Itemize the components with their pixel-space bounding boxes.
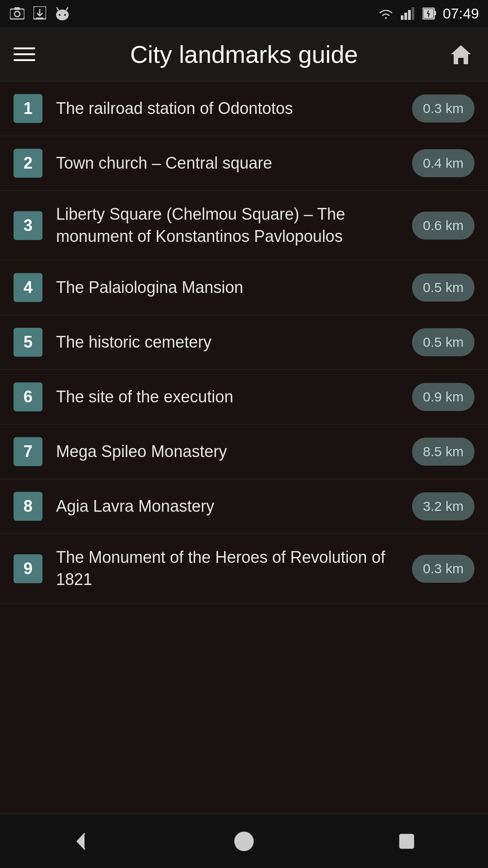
app-title: City landmarks guide [41, 40, 447, 68]
photo-icon [9, 5, 25, 22]
status-bar: 07:49 [0, 0, 488, 27]
list-item[interactable]: 7 Mega Spileo Monastery 8.5 km [0, 425, 488, 479]
svg-point-1 [14, 11, 20, 17]
svg-line-8 [66, 8, 68, 10]
menu-line-1 [14, 47, 35, 49]
landmark-distance: 0.4 km [412, 149, 474, 177]
landmark-name: The Monument of the Heroes of Revolution… [56, 547, 403, 590]
wifi-icon [378, 5, 394, 22]
landmarks-list: 1 The railroad station of Odontotos 0.3 … [0, 81, 488, 814]
landmark-name: Liberty Square (Chelmou Square) – The mo… [56, 203, 403, 247]
svg-rect-11 [401, 15, 404, 20]
landmark-distance: 0.3 km [412, 555, 474, 583]
list-item[interactable]: 8 Agia Lavra Monastery 3.2 km [0, 479, 488, 534]
menu-line-3 [14, 59, 35, 61]
landmark-distance: 0.5 km [412, 274, 474, 302]
android-icon [54, 5, 70, 22]
landmark-number: 7 [14, 437, 42, 466]
menu-button[interactable] [14, 41, 41, 68]
svg-rect-12 [404, 13, 407, 20]
list-item[interactable]: 1 The railroad station of Odontotos 0.3 … [0, 81, 488, 136]
status-bar-right: 07:49 [378, 5, 479, 22]
battery-icon [421, 5, 437, 22]
svg-rect-2 [14, 7, 20, 10]
status-bar-icons [9, 5, 70, 22]
landmark-distance: 8.5 km [412, 438, 474, 466]
landmark-number: 4 [14, 273, 42, 302]
svg-point-21 [235, 832, 253, 850]
list-item[interactable]: 3 Liberty Square (Chelmou Square) – The … [0, 191, 488, 260]
svg-line-7 [57, 8, 58, 10]
landmark-name: Town church – Central square [56, 152, 403, 175]
list-item[interactable]: 4 The Palaiologina Mansion 0.5 km [0, 260, 488, 315]
svg-rect-16 [434, 11, 436, 15]
landmark-name: The Palaiologina Mansion [56, 277, 403, 299]
home-button[interactable] [447, 41, 474, 68]
list-item[interactable]: 6 The site of the execution 0.9 km [0, 370, 488, 425]
home-nav-button[interactable] [226, 823, 262, 859]
landmark-number: 2 [14, 149, 42, 178]
svg-point-10 [64, 14, 66, 16]
download-icon [32, 5, 48, 22]
status-time: 07:49 [443, 5, 479, 22]
menu-line-2 [14, 53, 35, 55]
svg-rect-22 [400, 835, 413, 848]
back-button[interactable] [63, 823, 99, 859]
header: City landmarks guide [0, 27, 488, 81]
landmark-name: Agia Lavra Monastery [56, 495, 403, 518]
landmark-number: 1 [14, 94, 42, 123]
landmark-number: 9 [14, 554, 42, 583]
list-item[interactable]: 2 Town church – Central square 0.4 km [0, 136, 488, 191]
recents-button[interactable] [389, 823, 425, 859]
landmark-name: Mega Spileo Monastery [56, 441, 403, 463]
svg-point-6 [56, 9, 69, 20]
navigation-bar [0, 814, 488, 868]
list-item[interactable]: 9 The Monument of the Heroes of Revoluti… [0, 534, 488, 604]
landmark-name: The historic cemetery [56, 331, 403, 354]
landmark-number: 5 [14, 328, 42, 357]
landmark-name: The site of the execution [56, 386, 403, 408]
landmark-distance: 0.3 km [412, 94, 474, 123]
svg-rect-0 [10, 9, 24, 19]
svg-rect-14 [412, 7, 414, 20]
landmark-distance: 0.6 km [412, 212, 474, 240]
svg-point-9 [59, 14, 61, 16]
svg-rect-13 [408, 10, 411, 20]
list-item[interactable]: 5 The historic cemetery 0.5 km [0, 315, 488, 370]
landmark-number: 8 [14, 492, 42, 521]
landmark-name: The railroad station of Odontotos [56, 98, 403, 120]
landmark-distance: 0.5 km [412, 328, 474, 356]
landmark-number: 3 [14, 211, 42, 240]
signal-icon [399, 5, 416, 22]
landmark-number: 6 [14, 382, 42, 411]
landmark-distance: 3.2 km [412, 492, 474, 520]
landmark-distance: 0.9 km [412, 383, 474, 411]
